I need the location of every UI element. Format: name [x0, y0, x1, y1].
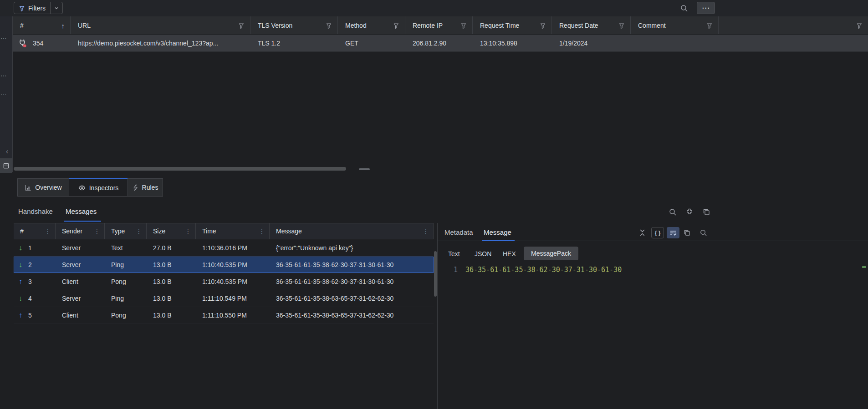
left-sidebar: ⋯ ⋯ ⋯ ‹ [0, 16, 13, 172]
column-header-remote-ip[interactable]: Remote IP [405, 16, 473, 34]
more-button[interactable]: ⋯ [697, 2, 715, 14]
tab-messagepack[interactable]: MessagePack [524, 247, 578, 260]
collapse-icon [638, 229, 646, 237]
message-row[interactable]: ↓ 4 Server Ping 13.0 B 1:11:10.549 PM 36… [14, 290, 434, 307]
sidebar-overflow-2[interactable]: ⋯ [0, 72, 7, 79]
message-row[interactable]: ↓ 2 Server Ping 13.0 B 1:10:40.535 PM 36… [14, 257, 434, 273]
column-menu-icon[interactable]: ⋮ [45, 227, 51, 235]
tab-message[interactable]: Message [484, 228, 511, 236]
filters-button[interactable]: Filters [14, 2, 63, 14]
column-header-number[interactable]: # ↑ [13, 16, 71, 34]
sidebar-overflow-3[interactable]: ⋯ [0, 90, 7, 97]
filter-icon[interactable] [618, 22, 625, 29]
top-toolbar: Filters ⋯ [0, 0, 868, 16]
message-text: 36-35-61-61-35-38-62-30-37-31-30-61-30 [276, 261, 393, 268]
sort-ascending-icon[interactable]: ↑ [61, 21, 65, 29]
message-text: 36-35-61-61-35-38-63-65-37-31-62-62-30 [276, 295, 393, 302]
inspector-search-button[interactable] [669, 208, 677, 216]
braces-button[interactable]: { } [651, 227, 664, 238]
collapse-button[interactable] [638, 229, 646, 237]
message-number: 2 [28, 261, 32, 268]
column-header-url[interactable]: URL [71, 16, 250, 34]
filter-icon[interactable] [540, 22, 546, 29]
splitter-grip[interactable] [359, 168, 370, 170]
tab-metadata[interactable]: Metadata [444, 228, 473, 236]
message-type: Pong [111, 312, 126, 319]
column-menu-icon[interactable]: ⋮ [259, 227, 265, 235]
column-header-trailing[interactable] [719, 16, 868, 34]
horizontal-scrollbar-thumb[interactable] [14, 167, 346, 171]
copy-content-button[interactable] [683, 229, 691, 237]
open-windows-button[interactable] [702, 208, 710, 216]
tab-handshake[interactable]: Handshake [18, 207, 53, 215]
sidebar-tool-selected[interactable] [0, 158, 12, 173]
msg-column-number[interactable]: # ⋮ [14, 223, 56, 239]
editor-content[interactable]: 36-35-61-61-35-38-62-30-37-31-30-61-30 [465, 266, 622, 274]
search-icon [680, 4, 688, 12]
collapse-handle-icon[interactable]: ‹ [6, 147, 9, 156]
filter-icon[interactable] [460, 22, 467, 29]
tab-text[interactable]: Text [448, 250, 460, 258]
message-text: {"error":"Unknown api key"} [276, 244, 353, 252]
messages-table-header: # ⋮ Sender ⋮ Type ⋮ Size ⋮ Time ⋮ Messag… [14, 223, 434, 239]
message-row[interactable]: ↓ 1 Server Text 27.0 B 1:10:36.016 PM {"… [14, 240, 434, 257]
tab-messages[interactable]: Messages [66, 207, 97, 215]
tab-overview[interactable]: Overview [17, 178, 69, 197]
received-arrow-icon: ↓ [19, 294, 22, 303]
message-number: 5 [28, 312, 32, 319]
soft-wrap-button[interactable] [667, 227, 679, 238]
filter-icon[interactable] [856, 22, 863, 29]
message-row[interactable]: ↑ 5 Client Pong 13.0 B 1:11:10.550 PM 36… [14, 307, 434, 324]
message-sender: Server [62, 244, 81, 252]
sidebar-overflow-1[interactable]: ⋯ [0, 35, 7, 42]
filter-icon[interactable] [326, 22, 332, 29]
tab-rules-label: Rules [142, 184, 158, 191]
search-button[interactable] [680, 4, 688, 12]
column-header-request-date[interactable]: Request Date [552, 16, 631, 34]
chevron-down-icon [54, 5, 59, 11]
filter-icon[interactable] [706, 22, 713, 29]
column-menu-icon[interactable]: ⋮ [94, 227, 100, 235]
sent-arrow-icon: ↑ [19, 311, 22, 319]
message-type: Ping [111, 295, 124, 302]
message-row[interactable]: ↑ 3 Client Pong 13.0 B 1:10:40.535 PM 36… [14, 273, 434, 290]
session-id: 354 [33, 40, 43, 47]
message-number: 3 [28, 278, 32, 285]
column-header-comment[interactable]: Comment [631, 16, 719, 34]
filters-dropdown[interactable] [51, 2, 62, 14]
session-request-date: 1/19/2024 [559, 40, 587, 47]
msg-column-size[interactable]: Size ⋮ [147, 223, 196, 239]
copy-icon [702, 208, 710, 216]
messages-scrollbar-thumb[interactable] [434, 251, 437, 297]
msg-column-type[interactable]: Type ⋮ [105, 223, 147, 239]
tab-json[interactable]: JSON [475, 250, 491, 258]
msg-column-time[interactable]: Time ⋮ [196, 223, 270, 239]
tab-inspectors[interactable]: Inspectors [69, 178, 128, 197]
message-sender: Client [62, 278, 78, 285]
column-menu-icon[interactable]: ⋮ [185, 227, 191, 235]
message-time: 1:11:10.550 PM [202, 312, 247, 319]
chart-icon [25, 184, 31, 191]
detail-search-button[interactable] [700, 229, 707, 237]
session-tls-version: TLS 1.2 [258, 40, 280, 47]
tab-hex[interactable]: HEX [503, 250, 516, 258]
filter-icon[interactable] [393, 22, 399, 29]
filter-icon[interactable] [238, 22, 245, 29]
tab-rules[interactable]: Rules [128, 178, 163, 197]
search-icon [669, 208, 677, 216]
column-header-method[interactable]: Method [338, 16, 405, 34]
panel-divider[interactable] [437, 223, 438, 409]
session-remote-ip: 206.81.2.90 [413, 40, 446, 47]
column-menu-icon[interactable]: ⋮ [423, 227, 429, 235]
message-number: 1 [28, 244, 32, 252]
message-time: 1:10:40.535 PM [202, 261, 247, 268]
column-header-request-time[interactable]: Request Time [473, 16, 552, 34]
msg-column-sender[interactable]: Sender ⋮ [56, 223, 105, 239]
msg-column-message[interactable]: Message ⋮ [270, 223, 434, 239]
session-row[interactable]: 354 https://demo.piesocket.com/v3/channe… [13, 35, 868, 52]
extension-button[interactable] [685, 208, 694, 216]
message-number: 4 [28, 295, 32, 302]
column-header-tls-version[interactable]: TLS Version [250, 16, 338, 34]
session-url: https://demo.piesocket.com/v3/channel_12… [78, 40, 218, 47]
column-menu-icon[interactable]: ⋮ [136, 227, 142, 235]
